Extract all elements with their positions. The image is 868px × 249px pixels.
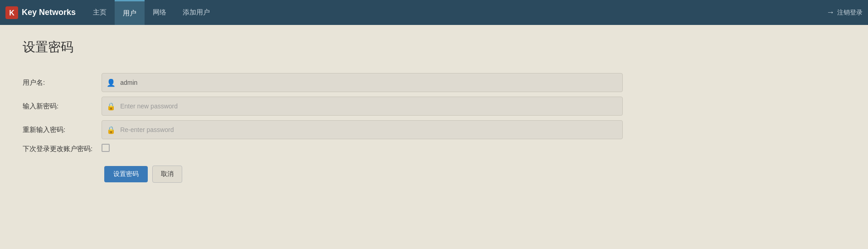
page-title: 设置密码 <box>23 39 845 56</box>
change-on-login-label: 下次登录更改账户密码: <box>23 144 102 154</box>
nav-logout[interactable]: → 注销登录 <box>826 8 863 17</box>
button-row: 设置密码 取消 <box>104 166 845 183</box>
confirm-password-input[interactable] <box>120 126 618 133</box>
submit-button[interactable]: 设置密码 <box>104 166 148 182</box>
nav-item-add-user[interactable]: 添加用户 <box>175 0 218 25</box>
confirm-password-label: 重新输入密码: <box>23 120 102 139</box>
user-icon: 👤 <box>107 78 116 87</box>
nav-item-home[interactable]: 主页 <box>85 0 115 25</box>
nav-item-users[interactable]: 用户 <box>115 0 145 25</box>
nav-item-network[interactable]: 网络 <box>145 0 175 25</box>
username-row: 用户名: 👤 <box>23 73 623 92</box>
logout-icon: → <box>826 8 834 17</box>
brand-name: Key Networks <box>22 8 76 17</box>
lock-icon: 🔒 <box>107 102 116 111</box>
confirm-password-input-wrapper: 🔒 <box>102 120 623 139</box>
new-password-input[interactable] <box>120 103 618 110</box>
navbar: K Key Networks 主页 用户 网络 添加用户 → 注销登录 <box>0 0 868 25</box>
svg-text:K: K <box>9 9 15 17</box>
new-password-row: 输入新密码: 🔒 <box>23 97 623 116</box>
brand-icon: K <box>5 6 18 19</box>
password-form: 用户名: 👤 输入新密码: 🔒 重新输入密码: <box>23 68 623 158</box>
change-on-login-row: 下次登录更改账户密码: <box>23 144 623 154</box>
change-on-login-checkbox[interactable] <box>102 144 110 152</box>
change-on-login-field <box>102 144 623 154</box>
main-content: 设置密码 用户名: 👤 输入新密码: 🔒 重新输入密码 <box>0 25 868 196</box>
cancel-button[interactable]: 取消 <box>152 166 182 183</box>
new-password-field-wrapper: 🔒 <box>102 97 623 116</box>
username-field-wrapper: 👤 <box>102 73 623 92</box>
username-label: 用户名: <box>23 73 102 92</box>
new-password-input-wrapper: 🔒 <box>102 97 623 116</box>
new-password-label: 输入新密码: <box>23 97 102 116</box>
nav-brand: K Key Networks <box>5 6 80 19</box>
nav-items: 主页 用户 网络 添加用户 <box>85 0 826 25</box>
lock-icon-2: 🔒 <box>107 126 116 134</box>
confirm-password-field-wrapper: 🔒 <box>102 120 623 139</box>
username-input-wrapper: 👤 <box>102 73 623 92</box>
username-input[interactable] <box>120 79 618 86</box>
logout-label: 注销登录 <box>837 9 863 17</box>
confirm-password-row: 重新输入密码: 🔒 <box>23 120 623 139</box>
